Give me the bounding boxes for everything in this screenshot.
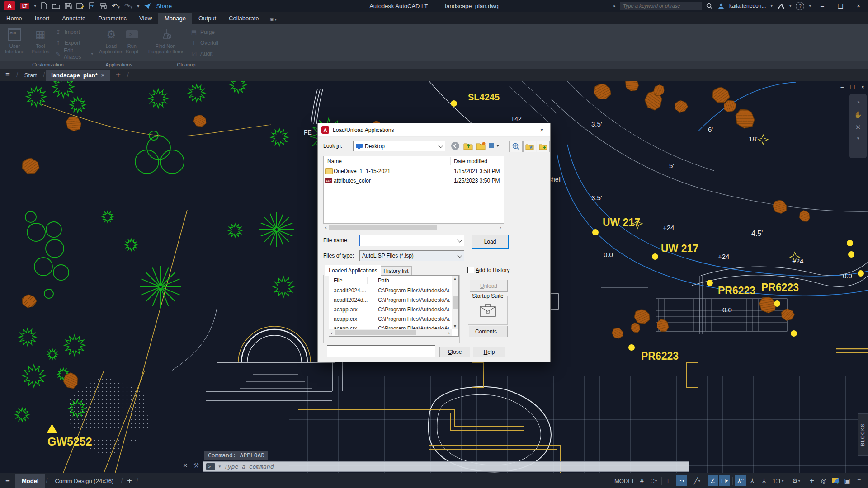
steering-wheel-icon[interactable]: ◔ — [856, 99, 860, 106]
find-non-purgeable-button[interactable]: Find Non-Purgeable Items — [145, 26, 188, 54]
edit-aliases-button[interactable]: ✎Edit Aliases▾ — [54, 49, 93, 58]
scroll-left-icon[interactable]: ‹ — [329, 330, 335, 336]
autocad-logo-icon[interactable]: A — [4, 1, 15, 10]
new-file-icon[interactable] — [41, 2, 47, 9]
layout-menu-icon[interactable]: ≡ — [0, 476, 15, 485]
ribbon-tab-collaborate[interactable]: Collaborate — [222, 13, 265, 24]
redo-button[interactable]: ↷▾ — [124, 2, 132, 10]
scroll-down-icon[interactable]: ▼ — [453, 324, 457, 328]
loaded-app-row[interactable]: acapp.arxC:\Program Files\Autodesk\AutoC… — [329, 305, 458, 314]
app-menu-caret-icon[interactable]: ▾ — [34, 4, 36, 8]
open-folder-icon[interactable] — [52, 3, 60, 9]
run-script-button[interactable]: >_ Run Script — [125, 26, 139, 54]
command-options-caret-icon[interactable]: ▼ — [218, 465, 222, 469]
scrollbar-thumb[interactable] — [329, 225, 437, 230]
views-menu-icon[interactable] — [489, 142, 501, 150]
new-folder-icon[interactable] — [476, 141, 486, 150]
undo-button[interactable]: ↶▾ — [112, 2, 120, 10]
command-input-bar[interactable]: >_ ▼ Type a command — [203, 461, 689, 472]
clean-screen-button[interactable]: ▣ — [842, 475, 853, 486]
user-menu-caret-icon[interactable]: ▾ — [770, 4, 773, 8]
ribbon-tab-insert[interactable]: Insert — [28, 13, 56, 24]
grid-toggle[interactable]: # — [637, 475, 647, 486]
drawing-close-icon[interactable]: × — [861, 84, 864, 90]
snap-toggle[interactable]: ∷▾ — [648, 475, 659, 486]
ribbon-display-caret-icon[interactable]: ▣ ▾ — [265, 15, 282, 24]
help-button[interactable]: Help — [473, 347, 505, 357]
object-snap-toggle[interactable]: □▾ — [719, 475, 730, 486]
object-snap-tracking-toggle[interactable]: ∠ — [708, 475, 718, 486]
drawing-restore-icon[interactable]: ❑ — [850, 84, 855, 90]
save-as-icon[interactable] — [76, 2, 85, 9]
user-avatar-icon[interactable] — [717, 3, 725, 9]
save-to-mobile-icon[interactable] — [89, 2, 95, 9]
file-name-combo[interactable] — [359, 235, 464, 246]
isodraft-toggle[interactable]: ╱▾ — [692, 475, 703, 486]
file-row[interactable]: OneDrive_1_1-15-20211/15/2021 3:58 PM — [324, 166, 504, 176]
briefcase-icon[interactable] — [479, 303, 496, 317]
ribbon-tab-annotate[interactable]: Annotate — [56, 13, 92, 24]
help-icon[interactable]: ? — [796, 2, 804, 10]
qat-customize-caret-icon[interactable]: ▾ — [137, 3, 140, 9]
search-input[interactable] — [620, 2, 702, 10]
isolate-objects-button[interactable]: ◎ — [818, 475, 829, 486]
ribbon-tab-manage[interactable]: Manage — [158, 13, 192, 24]
ribbon-tab-view[interactable]: View — [133, 13, 158, 24]
crosshair-button[interactable]: + — [807, 475, 817, 486]
dialog-close-icon[interactable]: × — [537, 126, 547, 134]
navigation-bar[interactable]: ◔ ✋ ✕ ▾ — [849, 94, 867, 158]
loaded-app-row[interactable]: acapp.crxC:\Program Files\Autodesk\AutoC… — [329, 314, 458, 324]
pan-hand-icon[interactable]: ✋ — [854, 111, 863, 119]
load-application-button[interactable]: ⚙ Load Application — [99, 26, 123, 54]
contents-button[interactable]: Contents... — [469, 326, 508, 337]
tab-close-icon[interactable]: × — [101, 72, 105, 79]
dialog-title-bar[interactable]: A Load/Unload Applications × — [318, 123, 550, 137]
graphics-performance-button[interactable]: ✓ — [830, 475, 841, 486]
minimize-button[interactable]: – — [816, 1, 829, 11]
panel-label-cleanup[interactable]: Cleanup — [142, 61, 231, 69]
annotation-visibility-toggle[interactable]: ⅄° — [735, 475, 746, 486]
tab-landscape-plan[interactable]: landscape_plan* × — [46, 70, 110, 81]
back-icon[interactable] — [451, 141, 460, 151]
search-icon[interactable] — [706, 3, 713, 9]
scroll-right-icon[interactable]: › — [446, 330, 452, 336]
navbar-caret-icon[interactable]: ▾ — [857, 136, 859, 141]
export-button[interactable]: ↥Export — [54, 38, 93, 47]
file-browser-list[interactable]: Name ˆ Date modified OneDrive_1_1-15-202… — [323, 156, 504, 224]
share-icon[interactable] — [144, 3, 151, 9]
column-name[interactable]: Name — [327, 158, 342, 164]
load-button[interactable]: Load — [472, 235, 509, 249]
loaded-app-row[interactable]: acadlt2024....C:\Program Files\Autodesk\… — [329, 286, 458, 296]
panel-label-applications[interactable]: Applications — [96, 61, 142, 69]
model-space-button[interactable]: MODEL — [614, 475, 636, 486]
tab-model[interactable]: Model — [15, 474, 45, 488]
zoom-extents-icon[interactable]: ✕ — [855, 123, 861, 131]
files-of-type-combo[interactable]: AutoLISP Files (*.lsp) — [359, 250, 464, 261]
look-in-combo[interactable]: Desktop — [353, 141, 445, 151]
autodesk-logo-icon[interactable] — [777, 3, 785, 9]
username[interactable]: kaila.tenedori... — [729, 3, 766, 9]
close-command-icon[interactable]: ✕ — [183, 462, 188, 469]
panel-label-customization[interactable]: Customization — [0, 61, 96, 69]
file-tab-menu-icon[interactable]: ≡ — [0, 70, 15, 80]
file-row[interactable]: LSPattributes_color1/25/2023 3:50 PM — [324, 176, 504, 185]
favorites-button[interactable] — [523, 141, 536, 152]
add-favorites-button[interactable] — [537, 141, 550, 152]
workspace-switcher[interactable]: ⚙▾ — [791, 475, 802, 486]
unload-button[interactable]: Unload — [470, 280, 508, 292]
ribbon-tab-parametric[interactable]: Parametric — [92, 13, 133, 24]
command-input-placeholder[interactable]: Type a command — [224, 463, 274, 470]
audit-button[interactable]: ☑Audit — [190, 49, 218, 58]
restore-button[interactable]: ❑ — [834, 1, 847, 11]
plot-icon[interactable] — [99, 3, 107, 9]
overkill-button[interactable]: ⊥Overkill — [190, 38, 218, 47]
up-folder-icon[interactable] — [463, 141, 473, 150]
drawing-minimize-icon[interactable]: – — [841, 84, 844, 90]
tab-loaded-applications[interactable]: Loaded Applications — [325, 265, 381, 276]
close-dialog-button[interactable]: Close — [439, 347, 470, 357]
scroll-right-icon[interactable]: › — [498, 225, 503, 230]
annotation-scale-icon[interactable]: ⅄ — [759, 475, 769, 486]
add-to-history-checkbox[interactable] — [467, 267, 474, 273]
browser-hscrollbar[interactable]: ‹ › — [323, 224, 503, 230]
help-menu-caret-icon[interactable]: ▾ — [809, 4, 811, 8]
